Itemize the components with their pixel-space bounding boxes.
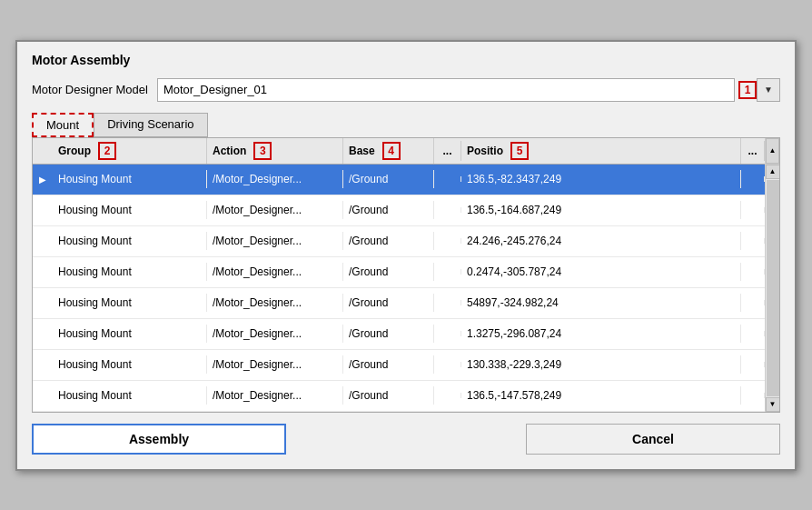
td-base: /Ground <box>343 201 434 219</box>
td-dots2 <box>741 238 765 244</box>
table-scroll-wrap: ▶ Housing Mount /Motor_Designer... /Grou… <box>33 165 779 412</box>
table-row[interactable]: Housing Mount /Motor_Designer... /Ground… <box>33 257 765 288</box>
row-arrow: ▶ <box>33 175 53 185</box>
td-base: /Ground <box>343 170 434 188</box>
th-base: Base 4 <box>343 138 434 164</box>
td-action: /Motor_Designer... <box>207 386 343 405</box>
table-row[interactable]: Housing Mount /Motor_Designer... /Ground… <box>33 319 765 350</box>
td-position: 24.246,-245.276,24 <box>461 232 741 250</box>
td-action: /Motor_Designer... <box>207 325 343 343</box>
td-action: /Motor_Designer... <box>207 355 343 374</box>
th-action: Action 3 <box>207 138 343 164</box>
td-base: /Ground <box>343 294 434 312</box>
td-group: Housing Mount <box>53 325 207 343</box>
td-group: Housing Mount <box>53 201 207 219</box>
badge-4: 4 <box>382 142 401 160</box>
td-dots <box>434 331 461 336</box>
th-dots: ... <box>434 141 461 161</box>
td-dots2 <box>741 331 765 336</box>
td-dots <box>434 207 461 213</box>
th-dots2: ... <box>741 141 765 161</box>
table-row[interactable]: Housing Mount /Motor_Designer... /Ground… <box>33 195 765 226</box>
td-position: 130.338,-229.3,249 <box>461 355 741 374</box>
td-dots2 <box>741 269 765 275</box>
th-group-label: Group <box>58 145 91 157</box>
assembly-button[interactable]: Assembly <box>32 424 286 455</box>
dialog-title: Motor Assembly <box>32 53 780 67</box>
td-dots <box>434 300 461 305</box>
model-row: Motor Designer Model 1 ▼ <box>32 78 780 102</box>
table-row[interactable]: Housing Mount /Motor_Designer... /Ground… <box>33 226 765 257</box>
model-input-wrap: 1 ▼ <box>157 78 780 102</box>
td-action: /Motor_Designer... <box>207 201 343 219</box>
th-position: Positio 5 <box>461 138 741 164</box>
footer: Assembly Cancel <box>32 424 780 455</box>
td-action: /Motor_Designer... <box>207 232 343 250</box>
td-dots <box>434 238 461 244</box>
badge-2: 2 <box>98 142 116 160</box>
scroll-thumb[interactable] <box>767 180 779 396</box>
scrollbar[interactable]: ▲ ▼ <box>765 165 779 412</box>
td-action: /Motor_Designer... <box>207 294 343 312</box>
table-body: ▶ Housing Mount /Motor_Designer... /Grou… <box>33 165 765 412</box>
badge-1: 1 <box>738 81 757 99</box>
td-position: 136.5,-82.3437,249 <box>461 170 741 188</box>
td-group: Housing Mount <box>53 170 207 188</box>
table-row[interactable]: Housing Mount /Motor_Designer... /Ground… <box>33 381 765 412</box>
td-position: 136.5,-147.578,249 <box>461 386 741 405</box>
td-dots2 <box>741 300 765 305</box>
td-dots2 <box>741 176 765 182</box>
tab-mount-label: Mount <box>46 118 79 132</box>
td-dots2 <box>741 362 765 367</box>
table-row[interactable]: Housing Mount /Motor_Designer... /Ground… <box>33 350 765 381</box>
td-dots2 <box>741 207 765 213</box>
td-dots2 <box>741 393 765 398</box>
td-position: 136.5,-164.687,249 <box>461 201 741 219</box>
td-group: Housing Mount <box>53 386 207 405</box>
table-header: Group 2 Action 3 Base 4 ... Positio 5 <box>33 138 765 165</box>
th-position-label: Positio <box>467 145 503 157</box>
tab-driving-scenario-label: Driving Scenario <box>107 117 193 131</box>
td-base: /Ground <box>343 355 434 374</box>
td-position: 54897,-324.982,24 <box>461 294 741 312</box>
td-base: /Ground <box>343 263 434 281</box>
td-group: Housing Mount <box>53 232 207 250</box>
td-dots <box>434 362 461 367</box>
badge-5: 5 <box>510 142 529 160</box>
motor-assembly-dialog: Motor Assembly Motor Designer Model 1 ▼ … <box>15 40 797 471</box>
td-base: /Ground <box>343 232 434 250</box>
td-group: Housing Mount <box>53 263 207 281</box>
table-row[interactable]: Housing Mount /Motor_Designer... /Ground… <box>33 288 765 319</box>
th-group: Group 2 <box>53 138 207 164</box>
td-position: 1.3275,-296.087,24 <box>461 325 741 343</box>
td-position: 0.2474,-305.787,24 <box>461 263 741 281</box>
main-table: Group 2 Action 3 Base 4 ... Positio 5 <box>32 137 780 413</box>
model-input[interactable] <box>157 78 735 102</box>
cancel-button[interactable]: Cancel <box>526 424 780 455</box>
scroll-up-btn[interactable]: ▲ <box>766 165 780 179</box>
th-action-label: Action <box>213 145 246 157</box>
td-group: Housing Mount <box>53 294 207 312</box>
td-action: /Motor_Designer... <box>207 263 343 281</box>
td-dots <box>434 393 461 398</box>
tab-driving-scenario[interactable]: Driving Scenario <box>94 113 207 137</box>
td-dots <box>434 269 461 275</box>
table-header-wrap: Group 2 Action 3 Base 4 ... Positio 5 <box>33 138 779 165</box>
scroll-up-arrow[interactable]: ▲ <box>766 138 779 164</box>
td-dots <box>434 176 461 182</box>
tab-mount[interactable]: Mount <box>32 113 94 137</box>
table-row[interactable]: ▶ Housing Mount /Motor_Designer... /Grou… <box>33 165 765 195</box>
model-label: Motor Designer Model <box>32 83 148 96</box>
model-dropdown-btn[interactable]: ▼ <box>757 78 780 102</box>
scroll-header-spacer: ▲ <box>765 138 779 165</box>
tab-bar: Mount Driving Scenario <box>32 113 780 137</box>
badge-3: 3 <box>253 142 272 160</box>
td-group: Housing Mount <box>53 355 207 374</box>
scroll-down-btn[interactable]: ▼ <box>766 397 780 412</box>
th-base-label: Base <box>349 145 375 157</box>
chevron-down-icon: ▼ <box>764 85 773 95</box>
table-header-row: Group 2 Action 3 Base 4 ... Positio 5 <box>33 138 765 165</box>
td-base: /Ground <box>343 325 434 343</box>
td-base: /Ground <box>343 386 434 405</box>
td-action: /Motor_Designer... <box>207 170 343 188</box>
